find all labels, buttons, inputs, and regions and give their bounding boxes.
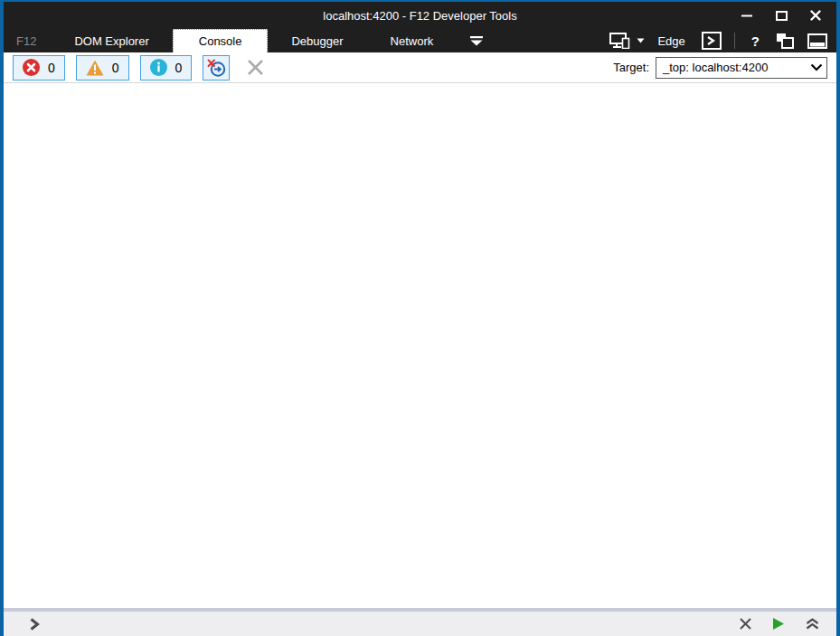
tab-dom-explorer[interactable]: DOM Explorer — [51, 29, 172, 52]
console-panel-icon — [702, 32, 722, 50]
minimize-icon — [741, 14, 752, 17]
tab-overflow-button[interactable] — [457, 29, 496, 52]
filter-errors-button[interactable]: 0 — [13, 55, 65, 81]
console-input-bar[interactable] — [4, 608, 836, 636]
close-button[interactable] — [798, 2, 833, 29]
info-icon — [150, 59, 167, 76]
filter-warnings-button[interactable]: 0 — [76, 55, 129, 81]
dock-bottom-icon — [807, 33, 827, 49]
console-output-pane[interactable] — [4, 83, 836, 608]
error-count: 0 — [48, 61, 55, 75]
tabbar-right-actions: Edge ? — [609, 29, 836, 52]
maximize-icon — [776, 11, 788, 21]
error-icon — [23, 59, 40, 76]
tab-overflow-chevron-icon — [469, 36, 484, 46]
run-icon[interactable] — [772, 617, 785, 631]
clear-input-icon[interactable] — [739, 617, 752, 631]
pin-window-icon — [776, 33, 795, 49]
window-controls — [730, 2, 836, 29]
filter-info-button[interactable]: 0 — [140, 55, 193, 81]
select-chevron-icon — [810, 63, 823, 71]
tabbar: F12 DOM Explorer Console Debugger Networ… — [4, 29, 836, 52]
help-button[interactable]: ? — [748, 33, 763, 49]
info-count: 0 — [175, 61, 183, 75]
device-target-dropdown[interactable] — [609, 33, 645, 49]
clear-console-icon — [247, 59, 264, 76]
prompt-actions — [739, 617, 820, 631]
dock-bottom-button[interactable] — [807, 33, 827, 49]
target-label: Target: — [613, 61, 649, 74]
f12-devtools-window: localhost:4200 - F12 Developer Tools F12… — [0, 0, 840, 636]
target-select[interactable]: _top: localhost:4200 — [656, 57, 827, 79]
minimize-button[interactable] — [730, 2, 764, 29]
device-dropdown-caret-icon — [637, 38, 645, 43]
window-title: localhost:4200 - F12 Developer Tools — [4, 9, 836, 23]
device-emulation-icon — [609, 33, 632, 49]
tabbar-divider — [734, 33, 735, 49]
clear-console-button[interactable] — [244, 57, 266, 79]
tab-debugger[interactable]: Debugger — [268, 29, 366, 52]
console-toolbar: 0 0 0 — [4, 52, 836, 83]
unpin-window-button[interactable] — [776, 33, 795, 49]
target-select-value: _top: localhost:4200 — [663, 61, 768, 74]
expand-multiline-icon[interactable] — [805, 618, 820, 630]
maximize-button[interactable] — [764, 2, 798, 29]
console-panel-button[interactable] — [702, 32, 722, 50]
tab-console[interactable]: Console — [173, 29, 269, 52]
clear-on-navigate-icon — [207, 59, 226, 77]
titlebar: localhost:4200 - F12 Developer Tools — [4, 2, 836, 29]
prompt-chevron-icon — [29, 617, 40, 631]
warning-icon — [86, 60, 104, 76]
browser-target-label: Edge — [657, 34, 684, 48]
target-group: Target: _top: localhost:4200 — [613, 57, 827, 79]
close-icon — [810, 10, 821, 21]
tab-network[interactable]: Network — [367, 29, 458, 52]
warning-count: 0 — [112, 61, 119, 75]
clear-on-navigate-toggle[interactable] — [203, 55, 230, 81]
f12-label: F12 — [4, 29, 51, 52]
